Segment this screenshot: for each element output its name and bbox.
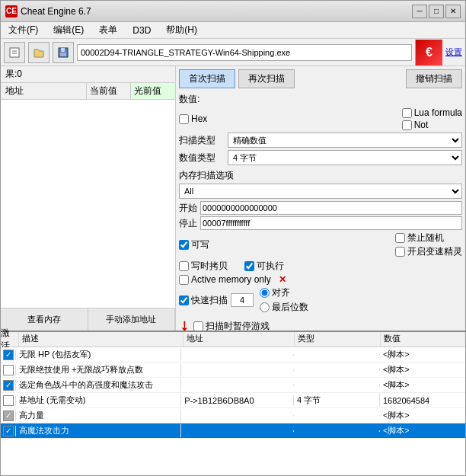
save-button[interactable] <box>53 42 74 63</box>
active-memory-checkbox[interactable] <box>179 275 189 285</box>
active-memory-close[interactable]: ✕ <box>279 274 286 285</box>
writable-label[interactable]: 可写 <box>179 238 209 251</box>
cheat-row[interactable]: ✓ 高力量 <脚本> <box>1 408 465 423</box>
red-arrow-icon: ➘ <box>174 316 194 331</box>
row1-val: <脚本> <box>380 363 465 376</box>
last-digit-radio-label[interactable]: 最后位数 <box>260 301 308 314</box>
stop-input[interactable] <box>200 216 462 230</box>
bottom-toolbar: 查看内存 手动添加地址 <box>1 308 175 331</box>
column-header: 地址 当前值 光前值 <box>1 83 175 100</box>
settings-link[interactable]: 设置 <box>445 46 462 58</box>
quick-scan-input[interactable] <box>231 293 254 307</box>
hex-checkbox[interactable] <box>179 114 189 124</box>
save-icon <box>57 46 69 59</box>
align-radio-label[interactable]: 对齐 <box>260 286 308 299</box>
pause-game-label[interactable]: 扫描时暂停游戏 <box>193 320 270 331</box>
row2-addr <box>181 385 294 386</box>
row3-check[interactable] <box>1 395 16 406</box>
cheat-row[interactable]: 基地址 (无需变动) P->1B12B6DB8A0 4 字节 168206458… <box>1 393 465 408</box>
cheat-list[interactable]: ✓ 无限 HP (包括友军) <脚本> 无限绝技使用 +无限战巧释放点数 <脚本… <box>1 347 465 475</box>
new-button[interactable] <box>4 42 25 63</box>
ce-logo: € <box>415 40 442 65</box>
cheat-row[interactable]: 无限绝技使用 +无限战巧释放点数 <脚本> <box>1 363 465 378</box>
menu-file[interactable]: 文件(F) <box>4 23 43 37</box>
scan-type-row: 扫描类型 精确数值 <box>179 133 462 148</box>
value-header: 数值 <box>381 332 465 347</box>
quick-scan-row: 快速扫描 对齐 最后位数 <box>179 286 462 314</box>
speed-wizard-checkbox[interactable] <box>395 247 405 257</box>
row2-check[interactable]: ✓ <box>1 380 16 391</box>
pause-row: ➘ 扫描时暂停游戏 <box>179 318 462 331</box>
lua-formula-label[interactable]: Lua formula <box>402 107 462 118</box>
copy-on-write-checkbox[interactable] <box>179 261 189 271</box>
menu-help[interactable]: 帮助(H) <box>161 23 202 37</box>
menu-d3d[interactable]: D3D <box>128 24 155 37</box>
close-button[interactable]: ✕ <box>445 5 461 18</box>
row5-type <box>294 430 380 432</box>
start-input[interactable] <box>200 201 462 215</box>
row3-desc: 基地址 (无需变动) <box>16 394 181 407</box>
hex-label[interactable]: Hex <box>179 113 207 124</box>
stop-label: 停止 <box>179 217 200 230</box>
copy-on-write-label[interactable]: 写时拷贝 <box>179 260 228 273</box>
address-header-cheat: 地址 <box>184 332 295 347</box>
menu-table[interactable]: 表单 <box>94 23 122 37</box>
scan-type-select[interactable]: 精确数值 <box>228 133 462 148</box>
first-scan-button[interactable]: 首次扫描 <box>179 69 235 88</box>
no-random-checkbox[interactable] <box>395 233 405 243</box>
cheat-row[interactable]: ✓ 无限 HP (包括友军) <脚本> <box>1 347 465 363</box>
quick-scan-label[interactable]: 快速扫描 <box>179 294 228 307</box>
row0-desc: 无限 HP (包括友军) <box>16 348 181 361</box>
row1-check[interactable] <box>1 365 16 375</box>
app-icon: CE <box>5 5 18 18</box>
speed-wizard-label[interactable]: 开启变速精灵 <box>395 245 462 258</box>
not-label[interactable]: Not <box>402 120 462 130</box>
lua-formula-checkbox[interactable] <box>402 108 412 118</box>
type-header: 类型 <box>295 332 380 347</box>
quick-scan-checkbox[interactable] <box>179 296 189 305</box>
cheat-row[interactable]: ✓ 选定角色战斗中的高强度和魔法攻击 <脚本> <box>1 378 465 393</box>
manual-add-button[interactable]: 手动添加地址 <box>88 308 176 331</box>
stop-row: 停止 <box>179 216 462 230</box>
open-button[interactable] <box>28 42 49 63</box>
start-label: 开始 <box>179 202 200 215</box>
row4-check[interactable]: ✓ <box>1 411 16 421</box>
activate-header: 激活 <box>1 332 19 347</box>
executable-label[interactable]: 可执行 <box>244 260 284 273</box>
menu-edit[interactable]: 编辑(E) <box>49 23 88 37</box>
value-type-select[interactable]: 4 字节 <box>228 150 462 165</box>
previous-header: 光前值 <box>131 83 175 99</box>
row5-val: <脚本> <box>380 424 465 437</box>
result-list[interactable] <box>1 100 175 308</box>
main-content: 果:0 地址 当前值 光前值 查看内存 手动添加地址 <box>1 66 465 331</box>
new-icon <box>8 46 21 59</box>
result-bar: 果:0 <box>1 66 175 83</box>
value-section-label: 数值: <box>179 93 462 106</box>
row3-val: 1682064584 <box>380 395 465 406</box>
scan-buttons: 首次扫描 再次扫描 撤销扫描 <box>179 69 462 88</box>
row4-val: <脚本> <box>380 409 465 422</box>
value-type-row: 数值类型 4 字节 <box>179 150 462 165</box>
row4-type <box>294 415 380 417</box>
pause-game-checkbox[interactable] <box>193 321 203 331</box>
not-checkbox[interactable] <box>402 120 412 130</box>
right-panel: 首次扫描 再次扫描 撤销扫描 数值: Hex Lua formula <box>176 66 465 331</box>
row5-check[interactable]: ✓ <box>1 426 16 436</box>
next-scan-button[interactable]: 再次扫描 <box>238 69 295 88</box>
scan-options-select[interactable]: All <box>179 184 462 199</box>
row0-check[interactable]: ✓ <box>1 350 16 360</box>
maximize-button[interactable]: □ <box>429 5 444 18</box>
value-type-label: 数值类型 <box>179 152 225 165</box>
hex-row: Hex Lua formula Not <box>179 107 462 130</box>
writable-checkbox[interactable] <box>179 240 189 250</box>
active-memory-label[interactable]: Active memory only <box>179 274 271 285</box>
executable-checkbox[interactable] <box>244 261 254 271</box>
minimize-button[interactable]: ─ <box>412 5 427 18</box>
undo-scan-button[interactable]: 撤销扫描 <box>406 69 462 88</box>
no-random-label[interactable]: 禁止随机 <box>395 232 462 244</box>
cheat-row-selected[interactable]: ✓ 高魔法攻击力 <脚本> <box>1 423 465 439</box>
last-digit-radio[interactable] <box>260 302 270 312</box>
scan-type-label: 扫描类型 <box>179 134 225 147</box>
align-radio[interactable] <box>260 288 270 298</box>
title-bar-left: CE Cheat Engine 6.7 <box>5 5 91 18</box>
